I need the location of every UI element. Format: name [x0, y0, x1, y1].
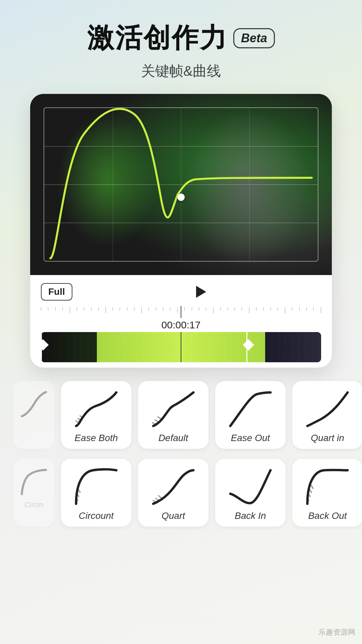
tick [206, 307, 206, 311]
easing-card-left-partial[interactable] [13, 381, 54, 449]
main-title: 激活创作力 [87, 20, 228, 56]
center-dot [177, 194, 185, 201]
tick [263, 307, 264, 311]
tick [177, 307, 178, 313]
header: 激活创作力 Beta 关键帧&曲线 [87, 20, 275, 80]
svg-line-5 [158, 417, 161, 419]
back-in-label: Back In [235, 511, 266, 521]
timestamp: 00:00:17 [41, 319, 321, 331]
tick [192, 307, 192, 311]
page-container: 激活创作力 Beta 关键帧&曲线 [0, 0, 362, 644]
tick [220, 307, 221, 311]
easing-card-ease-both[interactable]: Ease Both [61, 381, 131, 449]
easing-card-circount[interactable]: Circount [61, 459, 131, 527]
play-icon [196, 286, 206, 298]
ease-out-icon [227, 389, 274, 429]
svg-line-4 [155, 420, 158, 422]
circin-partial-label: Circin [24, 500, 43, 509]
easing-card-circin-partial[interactable]: Circin [13, 459, 54, 527]
tick [228, 307, 228, 311]
tick [113, 307, 113, 311]
quart-icon [150, 467, 197, 507]
player-card: Full [30, 94, 332, 368]
filmstrip-dark-right [265, 332, 321, 362]
tick [48, 307, 48, 311]
easing-row-1: Ease Both Default Ease Out [0, 378, 362, 452]
curve-svg [30, 94, 332, 275]
ease-out-label: Ease Out [231, 433, 270, 443]
tick [170, 307, 170, 311]
back-out-label: Back Out [308, 511, 347, 521]
tick [134, 307, 134, 311]
play-button[interactable] [192, 283, 208, 300]
controls-bar: Full [30, 275, 332, 306]
easing-card-quart[interactable]: Quart [138, 459, 208, 527]
tick [98, 307, 99, 311]
tick [41, 307, 41, 311]
svg-line-9 [153, 500, 156, 502]
filmstrip-marker-right [246, 332, 247, 362]
timeline-container: 00:00:17 [30, 306, 332, 362]
easing-row-1-scroll: Ease Both Default Ease Out [0, 378, 362, 452]
back-in-icon [227, 467, 274, 507]
filmstrip[interactable] [41, 332, 321, 362]
tick [77, 307, 77, 311]
circin-partial-icon [19, 467, 49, 497]
easing-card-back-out[interactable]: Back Out [292, 459, 362, 527]
svg-line-11 [159, 496, 161, 498]
full-badge[interactable]: Full [41, 283, 72, 301]
timeline-ruler [41, 306, 321, 318]
tick [313, 307, 314, 311]
circount-icon [73, 467, 120, 507]
svg-line-10 [156, 498, 159, 500]
tick [55, 307, 56, 311]
tick [163, 307, 163, 311]
tick [235, 307, 235, 311]
tick [141, 307, 142, 313]
back-out-icon [304, 467, 351, 507]
tick [213, 307, 214, 313]
ease-both-label: Ease Both [74, 433, 118, 443]
easing-card-ease-out[interactable]: Ease Out [215, 381, 286, 449]
tick [156, 307, 156, 311]
quart-label: Quart [162, 511, 185, 521]
watermark: 乐趣资源网 [318, 627, 355, 637]
tick [256, 307, 256, 311]
tick [120, 307, 120, 311]
svg-line-8 [78, 490, 80, 492]
tick [285, 307, 285, 313]
tick [148, 307, 149, 311]
tick [321, 307, 321, 313]
beta-badge: Beta [233, 28, 275, 48]
easing-card-back-in[interactable]: Back In [215, 459, 286, 527]
tick [127, 307, 127, 311]
svg-line-0 [76, 421, 79, 423]
easing-row-2: Circin Circount [0, 455, 362, 530]
tick [278, 307, 278, 311]
tick [299, 307, 300, 311]
tick [306, 307, 307, 311]
tick [84, 307, 84, 311]
tick [106, 307, 106, 313]
tick [62, 307, 63, 311]
svg-line-15 [311, 486, 313, 488]
tick [242, 307, 242, 311]
tick [270, 307, 271, 311]
video-area [30, 94, 332, 275]
tick [292, 307, 292, 311]
tick [70, 307, 70, 313]
default-icon [150, 389, 197, 429]
quart-in-icon [304, 389, 351, 429]
quart-in-label: Quart in [311, 433, 344, 443]
svg-line-3 [153, 423, 155, 424]
easing-card-quart-in[interactable]: Quart in [292, 381, 362, 449]
playhead-line [181, 306, 181, 318]
tick [91, 307, 92, 311]
default-label: Default [159, 433, 188, 443]
ease-both-icon [73, 389, 120, 429]
playhead-vertical [181, 332, 181, 362]
easing-card-default[interactable]: Default [138, 381, 208, 449]
tick [249, 307, 249, 313]
easing-row-2-scroll: Circin Circount [0, 455, 362, 530]
tick [184, 307, 185, 311]
